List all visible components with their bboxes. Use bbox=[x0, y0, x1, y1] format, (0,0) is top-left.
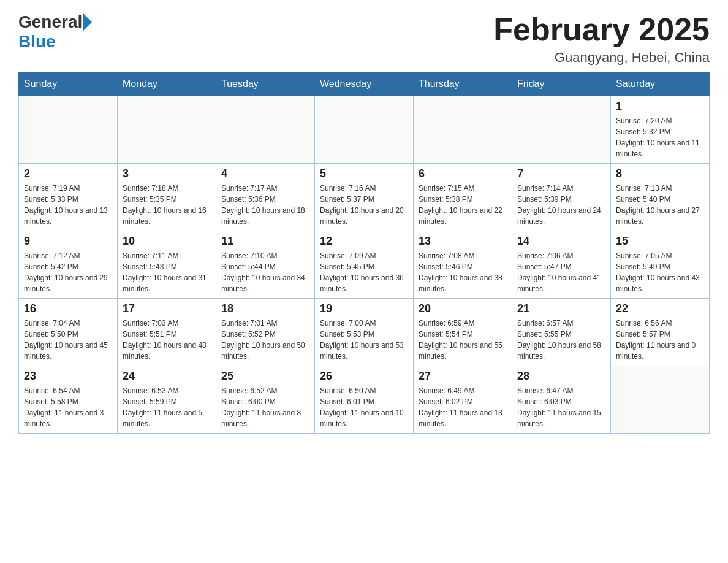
day-number: 20 bbox=[419, 302, 507, 315]
calendar-week-row: 23Sunrise: 6:54 AM Sunset: 5:58 PM Dayli… bbox=[19, 366, 710, 434]
day-number: 9 bbox=[24, 235, 112, 248]
calendar-day-cell: 1Sunrise: 7:20 AM Sunset: 5:32 PM Daylig… bbox=[611, 96, 710, 164]
calendar-day-cell: 23Sunrise: 6:54 AM Sunset: 5:58 PM Dayli… bbox=[19, 366, 118, 434]
day-number: 22 bbox=[616, 302, 704, 315]
day-number: 28 bbox=[517, 370, 605, 383]
day-info: Sunrise: 6:56 AM Sunset: 5:57 PM Dayligh… bbox=[616, 318, 704, 362]
day-info: Sunrise: 7:06 AM Sunset: 5:47 PM Dayligh… bbox=[517, 250, 605, 294]
day-info: Sunrise: 6:50 AM Sunset: 6:01 PM Dayligh… bbox=[320, 385, 408, 429]
day-number: 3 bbox=[123, 167, 211, 180]
calendar-day-cell bbox=[414, 96, 512, 164]
calendar-day-cell: 16Sunrise: 7:04 AM Sunset: 5:50 PM Dayli… bbox=[19, 299, 118, 366]
calendar-day-cell bbox=[611, 366, 710, 434]
day-info: Sunrise: 7:03 AM Sunset: 5:51 PM Dayligh… bbox=[123, 318, 211, 362]
calendar-day-cell: 18Sunrise: 7:01 AM Sunset: 5:52 PM Dayli… bbox=[216, 299, 315, 366]
day-info: Sunrise: 6:47 AM Sunset: 6:03 PM Dayligh… bbox=[517, 385, 605, 429]
day-number: 25 bbox=[221, 370, 309, 383]
calendar-day-cell: 13Sunrise: 7:08 AM Sunset: 5:46 PM Dayli… bbox=[414, 231, 512, 299]
day-info: Sunrise: 6:57 AM Sunset: 5:55 PM Dayligh… bbox=[517, 318, 605, 362]
calendar-week-row: 1Sunrise: 7:20 AM Sunset: 5:32 PM Daylig… bbox=[19, 96, 710, 164]
day-number: 16 bbox=[24, 302, 112, 315]
calendar-day-cell: 12Sunrise: 7:09 AM Sunset: 5:45 PM Dayli… bbox=[315, 231, 414, 299]
day-number: 18 bbox=[221, 302, 309, 315]
calendar-table: SundayMondayTuesdayWednesdayThursdayFrid… bbox=[18, 72, 710, 434]
day-info: Sunrise: 7:17 AM Sunset: 5:36 PM Dayligh… bbox=[221, 183, 309, 227]
logo-arrow-icon bbox=[83, 13, 92, 31]
day-number: 15 bbox=[616, 235, 704, 248]
calendar-day-cell: 25Sunrise: 6:52 AM Sunset: 6:00 PM Dayli… bbox=[216, 366, 315, 434]
calendar-day-cell: 28Sunrise: 6:47 AM Sunset: 6:03 PM Dayli… bbox=[512, 366, 611, 434]
calendar-day-cell: 26Sunrise: 6:50 AM Sunset: 6:01 PM Dayli… bbox=[315, 366, 414, 434]
day-of-week-header: Friday bbox=[512, 72, 611, 96]
calendar-day-cell: 22Sunrise: 6:56 AM Sunset: 5:57 PM Dayli… bbox=[611, 299, 710, 366]
calendar-day-cell: 24Sunrise: 6:53 AM Sunset: 5:59 PM Dayli… bbox=[118, 366, 216, 434]
day-number: 19 bbox=[320, 302, 408, 315]
day-info: Sunrise: 7:10 AM Sunset: 5:44 PM Dayligh… bbox=[221, 250, 309, 294]
logo-general-text: General bbox=[18, 12, 82, 32]
logo-blue-text: Blue bbox=[18, 32, 56, 52]
day-number: 13 bbox=[419, 235, 507, 248]
day-info: Sunrise: 6:59 AM Sunset: 5:54 PM Dayligh… bbox=[419, 318, 507, 362]
logo: General Blue bbox=[18, 12, 92, 52]
calendar-week-row: 16Sunrise: 7:04 AM Sunset: 5:50 PM Dayli… bbox=[19, 299, 710, 366]
day-of-week-header: Saturday bbox=[611, 72, 710, 96]
calendar-day-cell: 5Sunrise: 7:16 AM Sunset: 5:37 PM Daylig… bbox=[315, 164, 414, 231]
page-header: General Blue February 2025 Guangyang, He… bbox=[18, 12, 710, 66]
day-number: 26 bbox=[320, 370, 408, 383]
calendar-day-cell: 14Sunrise: 7:06 AM Sunset: 5:47 PM Dayli… bbox=[512, 231, 611, 299]
day-info: Sunrise: 7:09 AM Sunset: 5:45 PM Dayligh… bbox=[320, 250, 408, 294]
day-info: Sunrise: 7:12 AM Sunset: 5:42 PM Dayligh… bbox=[24, 250, 112, 294]
day-number: 6 bbox=[419, 167, 507, 180]
calendar-day-cell: 17Sunrise: 7:03 AM Sunset: 5:51 PM Dayli… bbox=[118, 299, 216, 366]
day-number: 8 bbox=[616, 167, 704, 180]
day-number: 4 bbox=[221, 167, 309, 180]
calendar-day-cell: 21Sunrise: 6:57 AM Sunset: 5:55 PM Dayli… bbox=[512, 299, 611, 366]
calendar-day-cell: 27Sunrise: 6:49 AM Sunset: 6:02 PM Dayli… bbox=[414, 366, 512, 434]
calendar-day-cell: 9Sunrise: 7:12 AM Sunset: 5:42 PM Daylig… bbox=[19, 231, 118, 299]
day-info: Sunrise: 7:19 AM Sunset: 5:33 PM Dayligh… bbox=[24, 183, 112, 227]
day-number: 23 bbox=[24, 370, 112, 383]
subtitle: Guangyang, Hebei, China bbox=[493, 50, 710, 66]
day-info: Sunrise: 7:00 AM Sunset: 5:53 PM Dayligh… bbox=[320, 318, 408, 362]
day-of-week-header: Wednesday bbox=[315, 72, 414, 96]
day-info: Sunrise: 7:01 AM Sunset: 5:52 PM Dayligh… bbox=[221, 318, 309, 362]
day-number: 11 bbox=[221, 235, 309, 248]
day-number: 14 bbox=[517, 235, 605, 248]
day-info: Sunrise: 7:16 AM Sunset: 5:37 PM Dayligh… bbox=[320, 183, 408, 227]
calendar-day-cell bbox=[512, 96, 611, 164]
calendar-day-cell: 4Sunrise: 7:17 AM Sunset: 5:36 PM Daylig… bbox=[216, 164, 315, 231]
day-number: 17 bbox=[123, 302, 211, 315]
day-info: Sunrise: 7:15 AM Sunset: 5:38 PM Dayligh… bbox=[419, 183, 507, 227]
calendar-day-cell: 20Sunrise: 6:59 AM Sunset: 5:54 PM Dayli… bbox=[414, 299, 512, 366]
day-of-week-header: Sunday bbox=[19, 72, 118, 96]
day-number: 5 bbox=[320, 167, 408, 180]
calendar-day-cell: 10Sunrise: 7:11 AM Sunset: 5:43 PM Dayli… bbox=[118, 231, 216, 299]
day-info: Sunrise: 7:14 AM Sunset: 5:39 PM Dayligh… bbox=[517, 183, 605, 227]
day-of-week-header: Tuesday bbox=[216, 72, 315, 96]
calendar-day-cell bbox=[19, 96, 118, 164]
calendar-week-row: 2Sunrise: 7:19 AM Sunset: 5:33 PM Daylig… bbox=[19, 164, 710, 231]
day-number: 7 bbox=[517, 167, 605, 180]
calendar-day-cell: 19Sunrise: 7:00 AM Sunset: 5:53 PM Dayli… bbox=[315, 299, 414, 366]
calendar-day-cell bbox=[216, 96, 315, 164]
day-number: 2 bbox=[24, 167, 112, 180]
calendar-day-cell: 7Sunrise: 7:14 AM Sunset: 5:39 PM Daylig… bbox=[512, 164, 611, 231]
calendar-header-row: SundayMondayTuesdayWednesdayThursdayFrid… bbox=[19, 72, 710, 96]
calendar-day-cell bbox=[118, 96, 216, 164]
day-number: 10 bbox=[123, 235, 211, 248]
calendar-day-cell: 2Sunrise: 7:19 AM Sunset: 5:33 PM Daylig… bbox=[19, 164, 118, 231]
day-info: Sunrise: 7:04 AM Sunset: 5:50 PM Dayligh… bbox=[24, 318, 112, 362]
calendar-day-cell: 11Sunrise: 7:10 AM Sunset: 5:44 PM Dayli… bbox=[216, 231, 315, 299]
day-of-week-header: Monday bbox=[118, 72, 216, 96]
day-info: Sunrise: 6:52 AM Sunset: 6:00 PM Dayligh… bbox=[221, 385, 309, 429]
main-title: February 2025 bbox=[493, 12, 710, 47]
day-number: 12 bbox=[320, 235, 408, 248]
day-info: Sunrise: 6:53 AM Sunset: 5:59 PM Dayligh… bbox=[123, 385, 211, 429]
day-number: 27 bbox=[419, 370, 507, 383]
calendar-day-cell: 8Sunrise: 7:13 AM Sunset: 5:40 PM Daylig… bbox=[611, 164, 710, 231]
calendar-day-cell bbox=[315, 96, 414, 164]
calendar-day-cell: 15Sunrise: 7:05 AM Sunset: 5:49 PM Dayli… bbox=[611, 231, 710, 299]
day-info: Sunrise: 7:05 AM Sunset: 5:49 PM Dayligh… bbox=[616, 250, 704, 294]
day-info: Sunrise: 6:49 AM Sunset: 6:02 PM Dayligh… bbox=[419, 385, 507, 429]
day-info: Sunrise: 7:13 AM Sunset: 5:40 PM Dayligh… bbox=[616, 183, 704, 227]
